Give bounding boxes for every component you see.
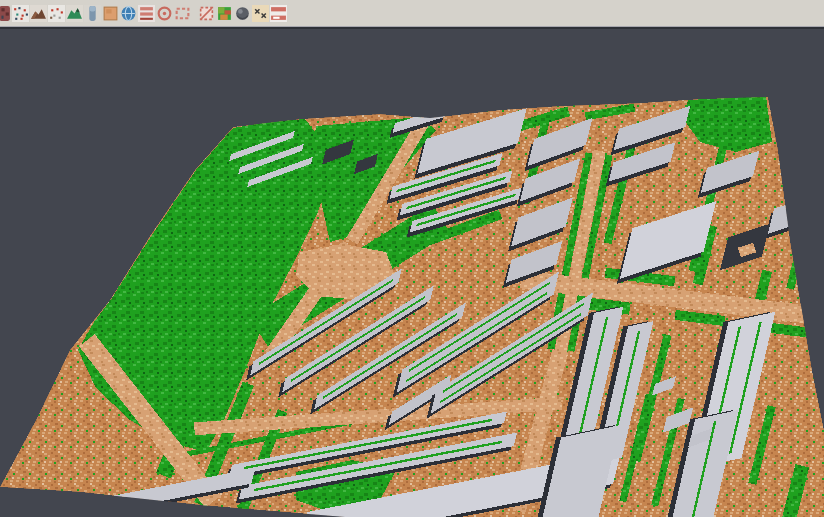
tool-terrain-green[interactable]	[66, 5, 83, 22]
tool-terrain-green-icon	[66, 5, 83, 22]
tool-flatten-bars[interactable]	[270, 5, 287, 22]
tool-align-points[interactable]	[12, 5, 29, 22]
tool-select-rectangle-icon	[174, 5, 191, 22]
toolbar	[0, 0, 824, 26]
tool-classified-cloud[interactable]	[216, 5, 233, 22]
tool-terrain-brown[interactable]	[30, 5, 47, 22]
tool-clipped-red-icon	[0, 5, 11, 22]
tool-sparse-points-icon	[48, 5, 65, 22]
tool-flatten-bars-icon	[270, 5, 287, 22]
tool-orthophoto-icon	[102, 5, 119, 22]
terrain-tile	[0, 96, 824, 517]
tool-crop-region-icon	[198, 5, 215, 22]
app-window	[0, 0, 824, 517]
tool-sparse-points[interactable]	[48, 5, 65, 22]
tool-delete-points[interactable]	[252, 5, 269, 22]
tool-column-blue-icon	[84, 5, 101, 22]
tool-terrain-brown-icon	[30, 5, 47, 22]
tool-target-circle[interactable]	[156, 5, 173, 22]
viewport-3d[interactable]	[0, 29, 824, 517]
toolbar-divider-dark	[0, 27, 824, 29]
tool-column-blue[interactable]	[84, 5, 101, 22]
terrain-point-cloud-scene	[0, 29, 824, 517]
tool-crop-region[interactable]	[198, 5, 215, 22]
tool-profile-lines-icon	[138, 5, 155, 22]
tool-orthophoto[interactable]	[102, 5, 119, 22]
tool-delete-points-icon	[252, 5, 269, 22]
tool-target-circle-icon	[156, 5, 173, 22]
tool-sphere-icon	[234, 5, 251, 22]
tool-select-rectangle[interactable]	[174, 5, 191, 22]
tool-clipped-red[interactable]	[0, 5, 11, 22]
tool-align-points-icon	[12, 5, 29, 22]
toolbar-buttons	[0, 5, 287, 22]
tool-globe-icon	[120, 5, 137, 22]
tool-globe[interactable]	[120, 5, 137, 22]
tool-profile-lines[interactable]	[138, 5, 155, 22]
tool-classified-cloud-icon	[216, 5, 233, 22]
tool-sphere[interactable]	[234, 5, 251, 22]
